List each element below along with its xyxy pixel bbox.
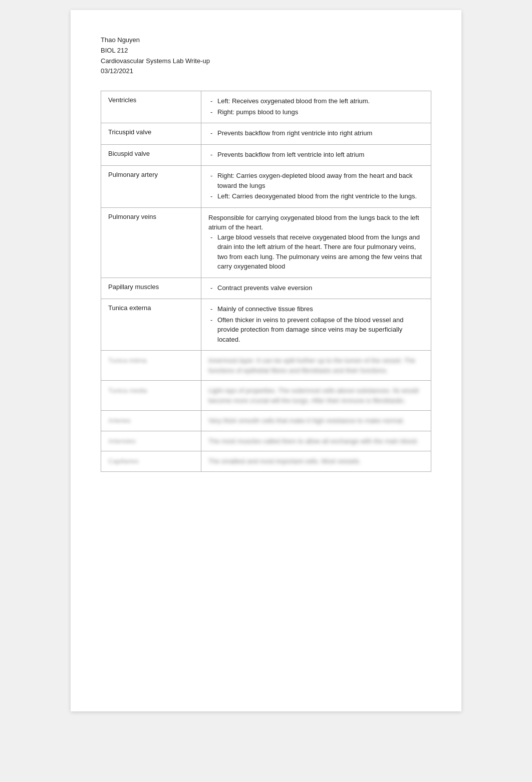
table-row: Pulmonary veinsResponsible for carrying … — [101, 207, 431, 278]
term-cell: Ventricles — [101, 91, 201, 123]
term-cell: Tunica media — [101, 381, 201, 411]
description-cell: The most muscles called them to allow al… — [201, 431, 431, 451]
table-row: Tunica mediaLight rays of properties. Th… — [101, 381, 431, 411]
date: 03/12/2021 — [101, 66, 431, 77]
term-cell: Papillary muscles — [101, 278, 201, 299]
description-cell: The smallest and most important cells. M… — [201, 451, 431, 472]
description-cell: Left: Receives oxygenated blood from the… — [201, 91, 431, 123]
table-row: Tunica intimaInnermost layer. It can be … — [101, 351, 431, 381]
course: BIOL 212 — [101, 46, 431, 56]
table-row: Pulmonary arteryRight: Carries oxygen-de… — [101, 166, 431, 208]
table-row: CapillariesThe smallest and most importa… — [101, 451, 431, 472]
term-cell: Tricuspid valve — [101, 123, 201, 145]
description-cell: Prevents backflow from right ventricle i… — [201, 123, 431, 145]
header: Thao Nguyen BIOL 212 Cardiovascular Syst… — [101, 35, 431, 77]
description-cell: Mainly of connective tissue fibresOften … — [201, 299, 431, 351]
table-row: Papillary musclesContract prevents valve… — [101, 278, 431, 299]
table-row: ArteriesVery thick smooth cells that mak… — [101, 411, 431, 431]
content-table: VentriclesLeft: Receives oxygenated bloo… — [101, 91, 431, 472]
page: Thao Nguyen BIOL 212 Cardiovascular Syst… — [71, 10, 461, 711]
term-cell: Bicuspid valve — [101, 144, 201, 166]
description-cell: Very thick smooth cells that make it hig… — [201, 411, 431, 431]
table-row: Tricuspid valvePrevents backflow from ri… — [101, 123, 431, 145]
description-cell: Innermost layer. It can be split further… — [201, 351, 431, 381]
table-row: Tunica externaMainly of connective tissu… — [101, 299, 431, 351]
term-cell: Tunica intima — [101, 351, 201, 381]
term-cell: Pulmonary veins — [101, 207, 201, 278]
term-cell: Arteries — [101, 411, 201, 431]
assignment: Cardiovascular Systems Lab Write-up — [101, 56, 431, 67]
author-name: Thao Nguyen — [101, 35, 431, 46]
description-cell: Right: Carries oxygen-depleted blood awa… — [201, 166, 431, 208]
term-cell: Tunica externa — [101, 299, 201, 351]
term-cell: Pulmonary artery — [101, 166, 201, 208]
table-row: ArteriolesThe most muscles called them t… — [101, 431, 431, 451]
table-row: Bicuspid valvePrevents backflow from lef… — [101, 144, 431, 166]
description-cell: Contract prevents valve eversion — [201, 278, 431, 299]
description-cell: Light rays of properties. The outermost … — [201, 381, 431, 411]
description-cell: Responsible for carrying oxygenated bloo… — [201, 207, 431, 278]
term-cell: Capillaries — [101, 451, 201, 472]
term-cell: Arterioles — [101, 431, 201, 451]
description-cell: Prevents backflow from left ventricle in… — [201, 144, 431, 166]
table-row: VentriclesLeft: Receives oxygenated bloo… — [101, 91, 431, 123]
